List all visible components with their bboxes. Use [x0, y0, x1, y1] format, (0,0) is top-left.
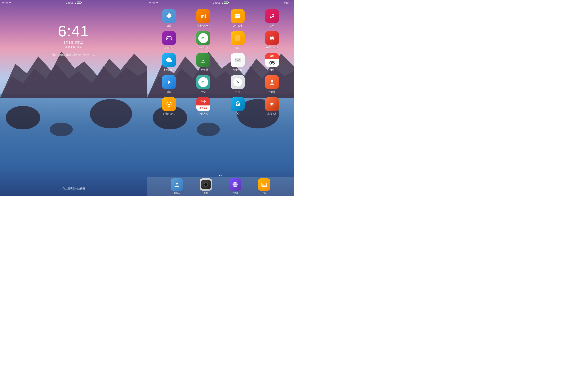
app-label-download: 下载管理: [199, 68, 208, 72]
rocks-svg: [0, 78, 147, 137]
home-clock: 傍晚6:41: [284, 1, 292, 4]
svg-point-17: [170, 39, 171, 39]
app-label-mi-coin: 米市中心: [199, 46, 208, 50]
app-label-email: 电子邮件: [233, 68, 242, 72]
app-icon-music[interactable]: 音乐: [264, 9, 280, 27]
page-dot-1: [219, 175, 220, 176]
lock-unlock-hint[interactable]: 向上划动空白处解锁: [0, 187, 147, 190]
app-icon-img-clock: [231, 75, 244, 89]
svg-point-2: [6, 106, 40, 130]
app-grid-container: 设置 mi 小米商城HD 文件管理 音乐 游戏中心 mi 米市中: [147, 5, 294, 181]
dock-icon-img-gallery: [258, 178, 270, 191]
app-label-video: 视频: [167, 90, 171, 94]
app-icon-img-notes: [231, 31, 244, 45]
dock-icon-img-camera: [200, 178, 212, 191]
home-status-bar: MiPad ••• 0.00K/s ▲ 傍晚6:41: [147, 0, 294, 5]
svg-point-31: [272, 83, 272, 84]
svg-point-41: [238, 103, 238, 104]
dock-app-camera[interactable]: 相机: [200, 178, 212, 194]
home-brand-dots: •••: [156, 2, 158, 4]
svg-rect-11: [235, 15, 240, 16]
app-icon-settings[interactable]: 设置: [160, 9, 178, 27]
dock-icon-img-browser: [229, 178, 241, 191]
home-status-time: 傍晚6:41: [244, 1, 292, 4]
svg-rect-10: [235, 14, 240, 18]
svg-point-44: [176, 182, 178, 184]
app-icon-img-mi-chat: mi: [196, 75, 210, 89]
app-icon-wps[interactable]: W WPS Office: [264, 31, 280, 50]
brand-name-left: MiPad: [2, 2, 8, 4]
lock-status-bar: MiPad ••• 0.00K/s ▲: [0, 0, 147, 5]
app-label-app-store: 应用商店: [268, 112, 276, 116]
app-icon-calculator[interactable]: 计算器: [264, 75, 280, 94]
home-brand-name: MiPad: [149, 2, 155, 4]
battery-icon-left: [77, 2, 81, 4]
lock-time-display: 6:41: [0, 24, 147, 39]
app-label-game-center: 游戏中心: [164, 46, 174, 50]
app-label-music: 音乐: [270, 24, 274, 27]
svg-point-3: [90, 99, 132, 128]
app-icon-img-music: [265, 9, 279, 23]
app-icon-calendar[interactable]: 日历05 日历: [264, 53, 280, 72]
app-label-toutiao: 今日头条: [199, 112, 208, 116]
app-icon-img-app-store: mi: [265, 97, 279, 111]
svg-rect-18: [236, 36, 240, 41]
app-label-wps: WPS Office: [266, 46, 278, 49]
app-label-files: 文件管理: [233, 24, 242, 27]
app-icon-notes[interactable]: 便签: [229, 31, 246, 50]
app-icon-email[interactable]: 电子邮件: [229, 53, 246, 72]
app-icon-img-calendar: 日历05: [265, 53, 279, 67]
app-grid: 设置 mi 小米商城HD 文件管理 音乐 游戏中心 mi 米市中: [153, 9, 288, 116]
home-screen: MiPad ••• 0.00K/s ▲ 傍晚6:41 设置 mi 小米商城HD: [147, 0, 294, 196]
app-icon-mi-chat[interactable]: mi 米聊: [195, 75, 212, 94]
app-label-reader: 多看阅读HD: [163, 112, 175, 116]
app-icon-mi-store[interactable]: mi 小米商城HD: [195, 9, 212, 27]
app-icon-img-qq: [231, 97, 244, 111]
app-icon-app-store[interactable]: mi 应用商店: [264, 97, 280, 116]
app-icon-mi-coin[interactable]: mi 米市中心: [195, 31, 212, 50]
app-icon-mi-cloud[interactable]: 小米云服务: [160, 53, 178, 72]
app-icon-clock[interactable]: 时钟: [229, 75, 246, 94]
app-icon-video[interactable]: 视频: [160, 75, 178, 94]
svg-point-34: [168, 104, 169, 105]
app-icon-img-mi-cloud: [162, 53, 176, 67]
app-icon-img-email: [231, 53, 244, 67]
svg-rect-23: [235, 58, 241, 62]
app-icon-files[interactable]: 文件管理: [229, 9, 246, 27]
dock-label-camera: 相机: [204, 192, 208, 194]
app-label-notes: 便签: [236, 46, 240, 50]
app-icon-img-mi-store: mi: [196, 9, 210, 23]
wifi-icon-left: ▲: [74, 2, 76, 4]
dock-app-browser[interactable]: 浏览器: [229, 178, 241, 194]
lock-charging-status: 正在充电 92%: [0, 46, 147, 49]
home-status-center: 0.00K/s ▲: [197, 2, 244, 4]
app-icon-toutiao[interactable]: 头条今日头条 今日头条: [195, 97, 212, 116]
network-speed-left: 0.00K/s: [66, 2, 73, 4]
svg-point-30: [271, 83, 272, 84]
app-icon-qq[interactable]: QQ: [229, 97, 246, 116]
dock-app-contacts[interactable]: 联系人: [171, 178, 183, 194]
app-icon-game-center[interactable]: 游戏中心: [160, 31, 178, 50]
lock-screen: MiPad ••• 0.00K/s ▲ 6:41 8月5日 星期二 正在充电 9…: [0, 0, 147, 196]
svg-marker-24: [168, 80, 171, 84]
home-network-speed: 0.00K/s: [213, 2, 220, 4]
home-battery-icon: [224, 2, 228, 4]
app-icon-download[interactable]: 下载管理: [195, 53, 212, 72]
svg-point-42: [236, 104, 237, 106]
app-label-mi-store: 小米商城HD: [197, 24, 210, 27]
dock-app-gallery[interactable]: 图库: [258, 178, 270, 194]
app-label-calculator: 计算器: [268, 90, 276, 94]
svg-point-16: [170, 38, 170, 38]
app-icon-img-settings: [162, 9, 176, 23]
app-icon-img-game-center: [162, 31, 176, 45]
svg-rect-12: [236, 14, 238, 14]
svg-rect-26: [271, 80, 273, 82]
app-label-qq: QQ: [236, 112, 240, 115]
brand-dots-left: •••: [9, 2, 11, 4]
svg-point-40: [237, 103, 237, 104]
app-icon-reader[interactable]: 多看阅读HD: [160, 97, 178, 116]
dock-label-gallery: 图库: [262, 192, 266, 194]
dock-label-contacts: 联系人: [174, 192, 180, 194]
svg-point-35: [170, 104, 170, 105]
app-icon-img-files: [231, 9, 244, 23]
